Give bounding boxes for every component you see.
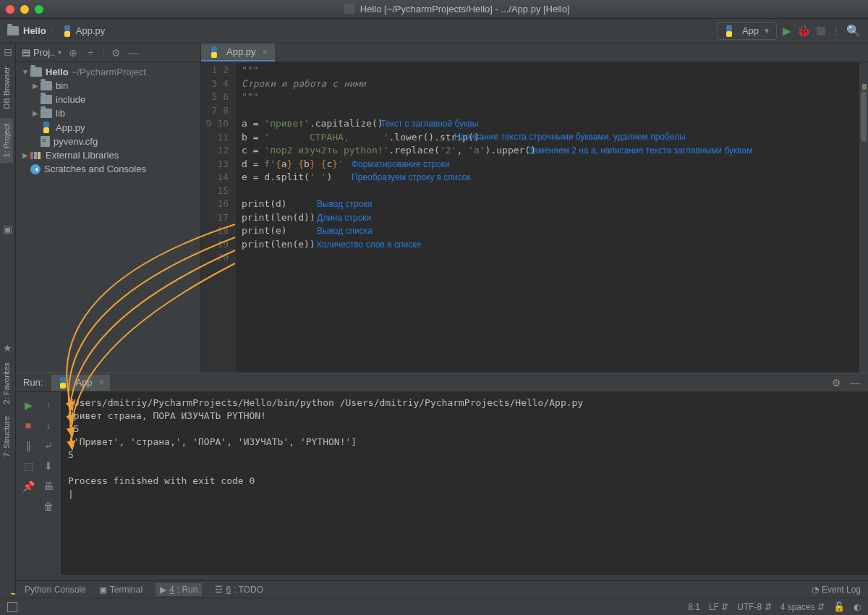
code-annotation: Написание текста строчными буквами, удал… bbox=[454, 132, 686, 142]
spacer bbox=[20, 499, 36, 514]
breadcrumb-sep: 〉 bbox=[49, 25, 59, 38]
tree-root[interactable]: ▼Hello~/PycharmProject bbox=[16, 65, 200, 79]
bottom-tool-stripe: Python Console ▣ Terminal ▶ 4: Run ☲ 6: … bbox=[0, 580, 868, 598]
bottom-tab-todo[interactable]: ☲ 6: TODO bbox=[215, 585, 263, 595]
status-encoding[interactable]: UTF-8 ⇵ bbox=[737, 602, 771, 612]
exit-button[interactable]: ⬚ bbox=[20, 458, 36, 474]
run-tab[interactable]: App × bbox=[51, 375, 109, 391]
titlebar: Hello [~/PycharmProjects/Hello] - .../Ap… bbox=[0, 0, 868, 19]
bottom-tab-event-log[interactable]: ◔ Event Log bbox=[812, 585, 861, 595]
tree-folder[interactable]: ▶lib bbox=[16, 106, 200, 120]
gear-icon[interactable]: ⚙ bbox=[111, 47, 122, 59]
readonly-lock-icon[interactable]: 🔓 bbox=[833, 601, 845, 612]
code-annotation: Вывод списка bbox=[317, 226, 373, 236]
sidebar-tab-structure[interactable]: 7: Structure bbox=[0, 410, 13, 463]
code-annotation: Преобразуем строку в список bbox=[352, 172, 471, 182]
project-view-select[interactable]: ▤ Proj..▾ bbox=[22, 47, 61, 58]
tree-folder[interactable]: ▶bin bbox=[16, 79, 200, 93]
run-output[interactable]: /Users/dmitriy/PycharmProjects/Hello/bin… bbox=[61, 392, 868, 575]
close-window-icon[interactable] bbox=[6, 5, 14, 14]
editor-tab[interactable]: App.py × bbox=[201, 43, 275, 62]
folder-icon: ▣ bbox=[0, 221, 15, 238]
scroll-thumb[interactable] bbox=[861, 91, 867, 142]
code-annotation: Вывод строки bbox=[317, 199, 372, 209]
run-configuration-select[interactable]: App ▼ bbox=[717, 22, 777, 40]
status-line-sep[interactable]: LF ⇵ bbox=[709, 602, 728, 612]
stop-button[interactable]: ■ bbox=[20, 417, 36, 433]
breadcrumb-root[interactable]: Hello bbox=[23, 25, 46, 36]
editor-tabs: App.py × bbox=[201, 43, 868, 62]
folder-icon bbox=[7, 26, 19, 35]
status-bar: 8:1 LF ⇵ UTF-8 ⇵ 4 spaces ⇵ 🔓 ◐ bbox=[0, 598, 868, 615]
sidebar-tab-favorites[interactable]: 2: Favorites bbox=[0, 357, 13, 410]
target-icon[interactable]: ⊕ bbox=[67, 47, 79, 59]
scroll-button[interactable]: ⬇ bbox=[41, 458, 56, 474]
python-icon bbox=[61, 25, 73, 37]
hide-icon[interactable]: — bbox=[849, 377, 861, 389]
tree-folder[interactable]: include bbox=[16, 93, 200, 106]
down-button[interactable]: ↓ bbox=[41, 417, 56, 433]
stop-button[interactable] bbox=[817, 27, 825, 35]
status-inspections-icon[interactable]: ◐ bbox=[854, 602, 861, 612]
search-everywhere-icon[interactable]: 🔍 bbox=[846, 24, 861, 38]
debug-button[interactable]: 🐞 bbox=[797, 25, 811, 38]
python-icon bbox=[208, 46, 220, 58]
run-tool-window: Run: App × ⚙ — ▶↑ ■↓ ‖⤶ ⬚⬇ 📌🖶 🗑 /Users/d… bbox=[16, 373, 868, 575]
star-icon: ★ bbox=[0, 339, 15, 357]
bottom-tab-terminal[interactable]: ▣ Terminal bbox=[99, 585, 142, 595]
code-annotation: Форматирование строки bbox=[352, 159, 450, 169]
run-toolbar: ▶↑ ■↓ ‖⤶ ⬚⬇ 📌🖶 🗑 bbox=[16, 392, 61, 575]
code-editor[interactable]: App.py × 1 2 3 4 5 6 7 8 9 10 11 12 13 1… bbox=[201, 43, 868, 373]
tree-file[interactable]: App.py bbox=[16, 120, 200, 135]
minimize-window-icon[interactable] bbox=[20, 5, 29, 14]
code-annotation: Заменяем 2 на а, написание текста заглав… bbox=[528, 145, 752, 156]
code-annotation: Текст с заглавной буквы bbox=[380, 119, 478, 129]
project-tree[interactable]: ▼Hello~/PycharmProject ▶bin include ▶lib… bbox=[16, 62, 200, 373]
tree-external-libs[interactable]: ▶External Libraries bbox=[16, 148, 200, 162]
code-annotation: Количество слов в списке bbox=[317, 239, 421, 250]
python-icon bbox=[57, 377, 69, 389]
pin-button[interactable]: 📌 bbox=[20, 478, 36, 494]
run-panel-title: Run: bbox=[23, 377, 43, 388]
window-title: Hello [~/PycharmProjects/Hello] - .../Ap… bbox=[52, 4, 862, 14]
navigation-bar: Hello 〉 App.py App ▼ ▶ 🐞 ⋮ 🔍 bbox=[0, 19, 868, 43]
run-button[interactable]: ▶ bbox=[783, 25, 791, 38]
line-gutter[interactable]: 1 2 3 4 5 6 7 8 9 10 11 12 13 14 15 16 1… bbox=[201, 62, 236, 373]
tree-scratches[interactable]: Scratches and Consoles bbox=[16, 162, 200, 176]
wrap-button[interactable]: ⤶ bbox=[41, 438, 56, 454]
hide-icon[interactable]: — bbox=[128, 47, 140, 59]
collapse-icon[interactable]: ÷ bbox=[85, 47, 96, 59]
sidebar-tab-db-browser[interactable]: DB Browser bbox=[0, 61, 13, 115]
tree-file[interactable]: pyvenv.cfg bbox=[16, 135, 200, 148]
bottom-tab-python-console[interactable]: Python Console bbox=[7, 584, 86, 595]
chevron-down-icon: ▼ bbox=[763, 27, 770, 35]
print-button[interactable]: 🖶 bbox=[41, 478, 56, 494]
inspection-marker[interactable] bbox=[862, 84, 867, 90]
status-tool-windows-icon[interactable] bbox=[7, 602, 17, 612]
db-icon: ⊟ bbox=[0, 43, 15, 61]
bottom-tab-run[interactable]: ▶ 4: Run bbox=[156, 583, 202, 596]
pause-button[interactable]: ‖ bbox=[20, 438, 36, 454]
python-icon bbox=[723, 25, 735, 37]
rerun-button[interactable]: ▶ bbox=[20, 397, 36, 413]
sidebar-tab-project[interactable]: 1: Project bbox=[0, 118, 13, 163]
left-tool-stripe: ⊟ DB Browser 1: Project ▣ ★ 2: Favorites… bbox=[0, 43, 16, 593]
maximize-window-icon[interactable] bbox=[35, 5, 43, 14]
vertical-scrollbar[interactable] bbox=[859, 62, 868, 373]
breadcrumb-file[interactable]: App.py bbox=[76, 25, 105, 36]
close-tab-icon[interactable]: × bbox=[262, 47, 267, 57]
trash-button[interactable]: 🗑 bbox=[41, 499, 56, 514]
app-icon bbox=[344, 4, 354, 14]
project-tool-window: ▤ Proj..▾ ⊕ ÷ | ⚙ — ▼Hello~/PycharmProje… bbox=[16, 43, 201, 373]
gear-icon[interactable]: ⚙ bbox=[830, 377, 842, 389]
status-indent[interactable]: 4 spaces ⇵ bbox=[780, 602, 825, 612]
run-up-button[interactable]: ↑ bbox=[41, 397, 56, 413]
close-tab-icon[interactable]: × bbox=[99, 378, 104, 388]
code-annotation: Длина строки bbox=[317, 213, 371, 223]
status-caret-pos[interactable]: 8:1 bbox=[688, 602, 700, 612]
